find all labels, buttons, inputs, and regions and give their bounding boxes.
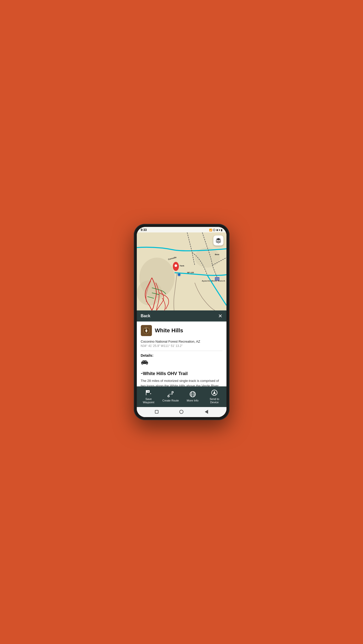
panel-header: Back ✕ xyxy=(137,310,226,321)
more-info-label: More Info xyxy=(187,399,198,402)
recents-icon xyxy=(155,410,158,414)
wifi-icon: ▾ xyxy=(219,229,220,231)
panel-content: U·S White Hills Coconino National Forest… xyxy=(137,321,226,386)
layer-button[interactable] xyxy=(213,235,223,246)
send-to-device-icon xyxy=(211,389,218,396)
svg-point-38 xyxy=(168,395,169,397)
create-route-button[interactable]: Create Route xyxy=(162,390,179,402)
trail-title-text: ·White Hills OHV Trail xyxy=(142,371,188,376)
create-route-icon xyxy=(167,390,174,398)
svg-rect-22 xyxy=(146,331,147,332)
svg-point-39 xyxy=(172,391,173,393)
save-waypoint-label: SaveWaypoint xyxy=(143,397,154,404)
close-button[interactable]: ✕ xyxy=(218,313,222,319)
battery-icon: ▮ xyxy=(221,229,222,231)
svg-rect-7 xyxy=(218,278,219,279)
save-waypoint-icon xyxy=(145,389,152,396)
phone-screen: 9:33 📶 ⬡ ⊕ ▾ ▮ xyxy=(137,227,226,417)
svg-text:U·S: U·S xyxy=(145,328,147,329)
status-bar: 9:33 📶 ⬡ ⊕ ▾ ▮ xyxy=(137,227,226,232)
place-coords: N34° 41' 25.9" W111° 51' 13.2" xyxy=(141,344,222,351)
save-waypoint-button[interactable]: SaveWaypoint xyxy=(141,389,157,404)
bluetooth-icon: ⬡ xyxy=(213,228,215,232)
svg-point-20 xyxy=(177,273,181,277)
map-area[interactable]: Jones Tank NF-120 Apache Maid Ranch Corn… xyxy=(137,232,226,310)
detail-icons xyxy=(141,359,222,367)
bottom-toolbar: SaveWaypoint Create Rout xyxy=(137,386,226,407)
place-region: Coconino National Forest Recreation, AZ xyxy=(141,340,222,343)
back-nav-button[interactable] xyxy=(204,409,209,415)
back-nav-icon xyxy=(205,410,208,414)
home-button[interactable] xyxy=(179,409,184,415)
trail-description: The 28 miles of motorized single-track i… xyxy=(141,378,222,386)
status-icons: 📶 ⬡ ⊕ ▾ ▮ xyxy=(209,228,222,232)
svg-point-30 xyxy=(146,364,147,365)
phone-shell: 9:33 📶 ⬡ ⊕ ▾ ▮ xyxy=(134,224,229,420)
forest-service-logo: U·S xyxy=(141,325,152,336)
vehicle-icon xyxy=(141,359,148,367)
place-name: White Hills xyxy=(155,327,183,334)
trail-title: ··White Hills OHV Trail xyxy=(141,371,222,376)
home-icon xyxy=(179,410,183,414)
svg-point-29 xyxy=(142,364,143,365)
details-label: Details: xyxy=(141,353,222,357)
android-nav-bar xyxy=(137,407,226,417)
location-icon: ⊕ xyxy=(216,229,218,231)
signal-icon: 📶 xyxy=(209,229,212,231)
status-time: 9:33 xyxy=(141,228,147,232)
svg-text:Apache  Maid  Ranch: Apache Maid Ranch xyxy=(202,280,225,282)
svg-rect-5 xyxy=(216,278,216,279)
svg-text:NF-120: NF-120 xyxy=(187,271,194,274)
place-header: U·S White Hills xyxy=(141,325,222,336)
svg-marker-48 xyxy=(213,391,216,395)
send-to-device-button[interactable]: Send toDevice xyxy=(206,389,222,404)
bottom-panel: Back ✕ U·S xyxy=(137,310,226,417)
recents-button[interactable] xyxy=(154,409,159,415)
svg-point-17 xyxy=(175,264,177,267)
svg-text:Bear: Bear xyxy=(215,253,219,256)
svg-rect-6 xyxy=(217,278,218,279)
create-route-label: Create Route xyxy=(162,399,179,402)
back-button[interactable]: Back xyxy=(141,314,150,318)
send-to-device-label: Send toDevice xyxy=(210,397,219,404)
more-info-button[interactable]: More Info xyxy=(185,390,201,402)
more-info-icon xyxy=(189,390,196,398)
